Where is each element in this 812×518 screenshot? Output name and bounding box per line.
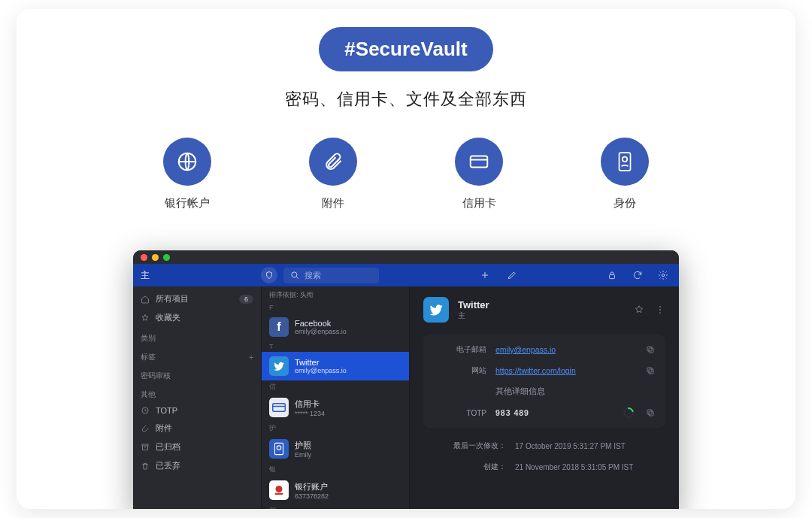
svg-rect-18 xyxy=(649,348,653,353)
search-input[interactable]: 搜索 xyxy=(283,268,379,283)
svg-rect-9 xyxy=(273,404,286,412)
svg-rect-13 xyxy=(275,493,283,495)
sidebar: 所有项目 6 收藏夹 类别 标签+ 密码审核 其他 TOTP 附件 已归档 xyxy=(133,286,261,509)
svg-rect-19 xyxy=(647,347,652,351)
bank-icon xyxy=(272,483,286,497)
edit-icon[interactable] xyxy=(507,270,517,280)
svg-point-11 xyxy=(277,446,281,450)
sidebar-cat-audit: 密码审核 xyxy=(133,365,261,383)
svg-rect-22 xyxy=(649,411,653,416)
sidebar-cat-tags: 标签+ xyxy=(133,346,261,365)
feature-label: 信用卡 xyxy=(462,196,496,211)
svg-rect-5 xyxy=(610,274,615,278)
star-icon xyxy=(141,314,150,323)
svg-rect-20 xyxy=(649,369,653,374)
group-letter: 银 xyxy=(262,463,409,476)
paperclip-icon xyxy=(141,424,150,433)
list-sort-label[interactable]: 排序依据: 头衔 xyxy=(262,286,409,302)
vault-title[interactable]: 主 xyxy=(141,269,150,282)
updated-value: 17 October 2019 5:31:27 PM IST xyxy=(515,442,655,450)
field-other-header: 其他详细信息 xyxy=(423,381,665,402)
copy-icon[interactable] xyxy=(646,345,655,354)
hero-subtitle: 密码、信用卡、文件及全部东西 xyxy=(17,88,795,111)
sidebar-attachments[interactable]: 附件 xyxy=(133,419,261,438)
group-letter: T xyxy=(262,341,409,352)
sidebar-archived[interactable]: 已归档 xyxy=(133,438,261,456)
svg-point-12 xyxy=(276,486,283,492)
creditcard-icon xyxy=(455,138,503,186)
detail-header: Twitter 主 xyxy=(423,297,665,323)
detail-panel: Twitter 主 电子邮箱 emily@enpass.io xyxy=(410,286,679,509)
detail-fields: 电子邮箱 emily@enpass.io 网站 https://twitter.… xyxy=(423,335,665,428)
minimize-dot[interactable] xyxy=(152,254,159,261)
svg-point-17 xyxy=(659,312,661,314)
sidebar-cat-category: 类别 xyxy=(133,327,261,346)
lock-icon[interactable] xyxy=(607,270,617,280)
svg-rect-1 xyxy=(471,156,488,168)
home-icon xyxy=(141,295,150,304)
group-letter: F xyxy=(262,302,409,313)
detail-vault: 主 xyxy=(458,310,625,321)
close-dot[interactable] xyxy=(141,254,147,261)
sidebar-all-items[interactable]: 所有项目 6 xyxy=(133,289,261,308)
feature-bank: 银行帐户 xyxy=(163,138,211,211)
twitter-icon xyxy=(429,302,444,317)
twitter-icon xyxy=(273,360,285,372)
list-item[interactable]: 信用卡***** 1234 xyxy=(262,393,409,422)
app-window: 主 搜索 xyxy=(133,250,679,509)
attachment-icon xyxy=(309,138,357,186)
group-letter: 驾 xyxy=(262,504,409,509)
list-item[interactable]: 银行账户637378282 xyxy=(262,476,409,504)
passport-icon xyxy=(274,442,284,456)
svg-rect-23 xyxy=(647,410,652,414)
favorite-icon[interactable] xyxy=(634,304,644,315)
svg-rect-10 xyxy=(274,443,283,454)
feature-label: 附件 xyxy=(322,196,344,211)
sidebar-totp[interactable]: TOTP xyxy=(133,402,261,419)
created-value: 21 November 2018 5:31:05 PM IST xyxy=(515,463,655,471)
list-item-selected[interactable]: Twitteremily@enpass.io xyxy=(262,352,409,380)
copy-icon[interactable] xyxy=(646,366,655,375)
archive-icon xyxy=(141,443,150,452)
feature-identity: 身份 xyxy=(601,138,649,211)
shield-icon[interactable] xyxy=(261,267,277,283)
item-list: 排序依据: 头衔 F f Facebookemily@enpass.io T T… xyxy=(261,286,410,509)
settings-icon[interactable] xyxy=(658,270,668,280)
list-item[interactable]: f Facebookemily@enpass.io xyxy=(262,313,409,341)
more-icon[interactable] xyxy=(655,304,665,315)
svg-point-15 xyxy=(659,306,661,307)
field-totp: TOTP 983 489 xyxy=(423,402,665,423)
svg-point-4 xyxy=(292,272,297,277)
add-icon[interactable] xyxy=(480,270,490,280)
field-website: 网站 https://twitter.com/login xyxy=(423,360,665,381)
feature-label: 身份 xyxy=(614,196,636,211)
list-item[interactable]: 护照Emily xyxy=(262,435,409,463)
sidebar-favorites[interactable]: 收藏夹 xyxy=(133,308,261,327)
site-link: https://twitter.com/login xyxy=(495,366,576,375)
clock-icon xyxy=(141,406,150,415)
group-letter: 信 xyxy=(262,380,409,393)
window-titlebar xyxy=(133,250,679,264)
toolbar: 主 搜索 xyxy=(133,264,679,286)
copy-icon[interactable] xyxy=(646,408,655,417)
group-letter: 护 xyxy=(262,422,409,435)
trash-icon xyxy=(141,462,150,471)
identity-icon xyxy=(601,138,649,186)
detail-logo xyxy=(423,297,449,323)
svg-point-6 xyxy=(662,274,665,277)
email-link: emily@enpass.io xyxy=(495,345,556,354)
feature-label: 银行帐户 xyxy=(165,196,210,211)
globe-icon xyxy=(163,138,211,186)
feature-row: 银行帐户 附件 信用卡 身份 xyxy=(17,138,795,211)
svg-point-3 xyxy=(623,157,627,162)
brand-pill: #SecureVault xyxy=(319,27,492,71)
page-card: #SecureVault 密码、信用卡、文件及全部东西 银行帐户 附件 信用卡 xyxy=(17,9,795,509)
maximize-dot[interactable] xyxy=(163,254,170,261)
sidebar-cat-other: 其他 xyxy=(133,383,261,402)
detail-title: Twitter xyxy=(458,299,625,310)
feature-card: 信用卡 xyxy=(455,138,503,211)
search-placeholder: 搜索 xyxy=(304,270,321,281)
totp-value: 983 489 xyxy=(495,408,614,417)
sidebar-trash[interactable]: 已丢弃 xyxy=(133,456,261,475)
sync-icon[interactable] xyxy=(632,270,643,280)
